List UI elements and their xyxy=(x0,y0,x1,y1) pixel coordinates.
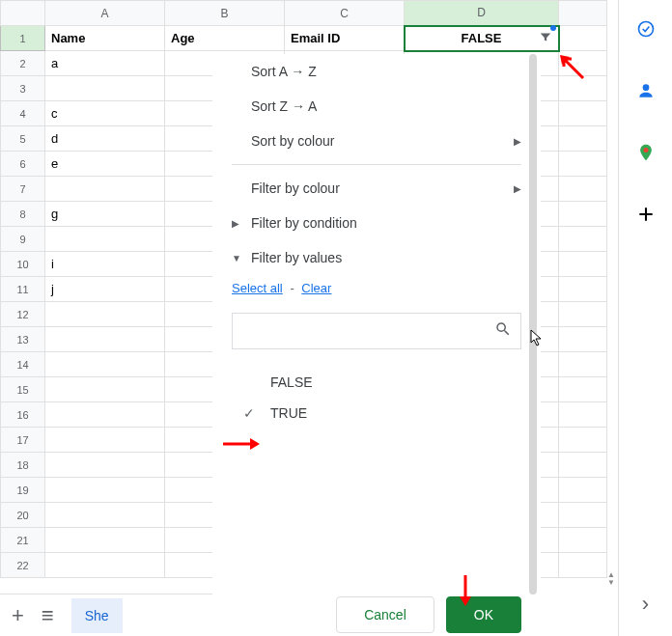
menu-scrollbar[interactable] xyxy=(529,54,537,595)
vertical-scrollbar[interactable]: ▲▼ xyxy=(606,571,616,593)
sort-by-colour[interactable]: Sort by colour ▶ xyxy=(212,124,541,158)
select-all-link[interactable]: Select all xyxy=(232,281,283,295)
cell-D1-value: FALSE xyxy=(462,31,502,45)
svg-marker-4 xyxy=(250,438,260,450)
filter-by-condition[interactable]: ▶ Filter by condition xyxy=(212,206,541,240)
maps-icon[interactable] xyxy=(636,143,656,162)
svg-marker-5 xyxy=(460,596,471,606)
col-header-D[interactable]: D xyxy=(405,1,559,26)
annotation-arrow xyxy=(456,573,475,610)
svg-point-2 xyxy=(643,148,648,152)
search-icon[interactable] xyxy=(494,320,512,342)
sheet-tab[interactable]: She xyxy=(71,598,123,633)
col-header-B[interactable]: B xyxy=(165,1,285,26)
collapsed-icon: ▶ xyxy=(232,218,239,229)
col-header-C[interactable]: C xyxy=(285,1,405,26)
cell-C1[interactable]: Email ID xyxy=(285,26,405,51)
col-header-E[interactable] xyxy=(559,1,607,26)
cell-D1[interactable]: FALSE xyxy=(405,26,559,51)
add-on-icon[interactable] xyxy=(636,205,656,224)
corner-cell[interactable] xyxy=(1,1,45,26)
filter-dropdown-menu: Sort A → Z Sort Z → A Sort by colour ▶ F… xyxy=(212,54,541,633)
search-container xyxy=(232,313,521,349)
sheet-tab-bar: + ≡ She xyxy=(0,594,212,636)
row-header[interactable]: 2 xyxy=(1,51,45,76)
filter-value-true[interactable]: ✓ TRUE xyxy=(232,398,521,429)
chevron-right-icon: ▶ xyxy=(514,136,521,147)
cursor-icon xyxy=(530,329,544,350)
check-icon: ✓ xyxy=(243,405,255,421)
side-panel: › xyxy=(618,0,672,636)
cell-A1[interactable]: Name xyxy=(45,26,165,51)
svg-point-1 xyxy=(642,84,649,91)
filter-active-dot xyxy=(550,25,556,31)
annotation-arrow xyxy=(558,53,587,86)
select-links: Select all - Clear xyxy=(212,275,541,301)
tasks-icon[interactable] xyxy=(636,19,656,39)
divider xyxy=(232,164,521,165)
svg-point-0 xyxy=(638,22,653,37)
cell-B1[interactable]: Age xyxy=(165,26,285,51)
filter-value-false[interactable]: FALSE xyxy=(232,367,521,398)
filter-by-colour[interactable]: Filter by colour ▶ xyxy=(212,171,541,206)
button-row: Cancel OK xyxy=(336,596,521,633)
contacts-icon[interactable] xyxy=(636,81,656,100)
filter-icon[interactable] xyxy=(539,30,552,46)
hide-panel-icon[interactable]: › xyxy=(642,592,649,617)
filter-by-values[interactable]: ▼ Filter by values xyxy=(212,240,541,275)
expanded-icon: ▼ xyxy=(232,253,241,263)
all-sheets-icon[interactable]: ≡ xyxy=(42,603,54,628)
col-header-A[interactable]: A xyxy=(45,1,165,26)
chevron-right-icon: ▶ xyxy=(514,183,521,194)
filter-search-input[interactable] xyxy=(232,313,521,349)
clear-link[interactable]: Clear xyxy=(301,281,331,295)
add-sheet-icon[interactable]: + xyxy=(12,603,24,628)
filter-value-list: FALSE ✓ TRUE xyxy=(212,361,541,434)
cancel-button[interactable]: Cancel xyxy=(336,596,434,633)
annotation-arrow xyxy=(221,434,260,457)
sort-za[interactable]: Sort Z → A xyxy=(212,89,541,124)
cell-E1[interactable] xyxy=(559,26,607,51)
row-header-1[interactable]: 1 xyxy=(1,26,45,51)
sort-az[interactable]: Sort A → Z xyxy=(212,54,541,89)
cell-A2[interactable]: a xyxy=(45,51,165,76)
